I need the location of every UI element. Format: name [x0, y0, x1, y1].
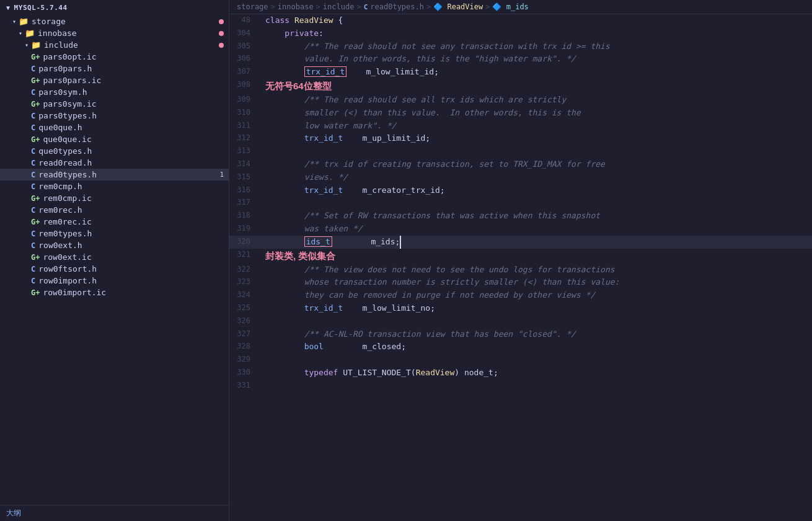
- folder-label: innobase: [38, 29, 77, 38]
- table-row: 308 无符号64位整型: [229, 79, 812, 94]
- file-label: rem0rec.ic: [43, 217, 91, 226]
- file-label: que0que.h: [38, 123, 82, 132]
- table-row: 317: [229, 197, 812, 210]
- sidebar-item-row0import.h[interactable]: Crow0import.h: [0, 275, 229, 287]
- line-num-309: 309: [229, 94, 260, 107]
- line-content-307: trx_id_t m_low_limit_id;: [260, 66, 812, 79]
- gplus-icon: G+: [31, 218, 40, 226]
- file-label: rem0cmp.ic: [43, 194, 91, 203]
- file-label: row0ext.h: [38, 241, 82, 250]
- bc-sep5: >: [485, 2, 490, 11]
- table-row: 310 smaller (<) than this value. In othe…: [229, 107, 812, 120]
- sidebar-item-que0types.h[interactable]: Cque0types.h: [0, 145, 229, 157]
- sidebar-project-name: MYSQL-5.7.44: [14, 4, 68, 12]
- line-num-311: 311: [229, 120, 260, 133]
- sidebar-item-pars0sym.h[interactable]: Cpars0sym.h: [0, 86, 229, 98]
- bc-sep2: >: [316, 2, 320, 11]
- sidebar-item-read0read.h[interactable]: Cread0read.h: [0, 157, 229, 169]
- table-row: 327 /** AC-NL-RO transaction view that h…: [229, 328, 812, 341]
- code-table: 48 class ReadView { 304 private: 305 /**…: [229, 14, 812, 393]
- sidebar-item-rem0cmp.ic[interactable]: G+rem0cmp.ic: [0, 192, 229, 204]
- file-label: pars0sym.ic: [43, 99, 96, 109]
- line-num-317: 317: [229, 197, 260, 210]
- line-num-307: 307: [229, 66, 260, 79]
- line-content-321: 封装类, 类似集合: [260, 249, 812, 264]
- line-content-318: /** Set of RW transactions that was acti…: [260, 210, 812, 223]
- table-row: 326: [229, 315, 812, 328]
- sidebar-title[interactable]: ▼ MYSQL-5.7.44: [0, 0, 229, 16]
- file-label: read0read.h: [38, 158, 92, 167]
- c-icon: C: [31, 182, 35, 191]
- bc-sep4: >: [426, 2, 431, 11]
- gplus-icon: G+: [31, 53, 40, 61]
- gplus-icon: G+: [31, 135, 40, 144]
- c-icon: C: [31, 241, 35, 250]
- line-num-330: 330: [229, 367, 260, 380]
- bc-sep1: >: [271, 2, 275, 11]
- table-row: 330 typedef UT_LIST_NODE_T(ReadView) nod…: [229, 367, 812, 380]
- table-row: 331: [229, 380, 812, 393]
- line-num-318: 318: [229, 210, 260, 223]
- line-num-314: 314: [229, 158, 260, 171]
- line-content-324: they can be removed in purge if not need…: [260, 289, 812, 302]
- modified-dot: [219, 19, 224, 24]
- file-label: pars0sym.h: [38, 87, 87, 97]
- table-row: 307 trx_id_t m_low_limit_id;: [229, 66, 812, 79]
- c-icon: C: [31, 229, 35, 238]
- sidebar-item-rem0rec.h[interactable]: Crem0rec.h: [0, 204, 229, 216]
- sidebar-item-row0ext.h[interactable]: Crow0ext.h: [0, 239, 229, 251]
- sidebar-item-rem0rec.ic[interactable]: G+rem0rec.ic: [0, 216, 229, 228]
- outline-label: 大纲: [6, 509, 21, 517]
- sidebar-item-row0ftsort.h[interactable]: Crow0ftsort.h: [0, 263, 229, 275]
- file-label: que0types.h: [38, 146, 92, 156]
- sidebar-item-innobase[interactable]: ▾📁innobase: [0, 27, 229, 39]
- sidebar-item-pars0sym.ic[interactable]: G+pars0sym.ic: [0, 98, 229, 110]
- c-icon: C: [31, 65, 35, 73]
- sidebar-item-pars0opt.ic[interactable]: G+pars0opt.ic: [0, 51, 229, 63]
- line-num-310: 310: [229, 107, 260, 120]
- modified-dot: [219, 31, 224, 36]
- table-row: 322 /** The view does not need to see th…: [229, 264, 812, 277]
- bc-file: read0types.h: [370, 2, 424, 11]
- file-label: pars0types.h: [38, 111, 97, 120]
- line-num-306: 306: [229, 53, 260, 66]
- sidebar-item-pars0types.h[interactable]: Cpars0types.h: [0, 110, 229, 122]
- table-row: 315 views. */: [229, 171, 812, 184]
- sidebar-item-storage[interactable]: ▾📁storage: [0, 16, 229, 27]
- sidebar-item-pars0pars.h[interactable]: Cpars0pars.h: [0, 63, 229, 74]
- line-num-48: 48: [229, 14, 260, 27]
- c-icon: C: [31, 123, 35, 132]
- sidebar-item-row0import.ic[interactable]: G+row0import.ic: [0, 287, 229, 298]
- sidebar-item-rem0types.h[interactable]: Crem0types.h: [0, 228, 229, 239]
- table-row: 306 value. In other words, this is the "…: [229, 53, 812, 66]
- file-label: row0ftsort.h: [38, 264, 97, 274]
- folder-label: storage: [32, 17, 66, 26]
- line-content-323: whose transaction number is strictly sma…: [260, 276, 812, 289]
- line-content-310: smaller (<) than this value. In other wo…: [260, 107, 812, 120]
- sidebar-item-include[interactable]: ▾📁include: [0, 39, 229, 51]
- sidebar-item-rem0cmp.h[interactable]: Crem0cmp.h: [0, 180, 229, 192]
- outline-footer[interactable]: 大纲: [0, 505, 229, 521]
- line-content-327: /** AC-NL-RO transaction view that has b…: [260, 328, 812, 341]
- code-container[interactable]: 48 class ReadView { 304 private: 305 /**…: [229, 14, 812, 521]
- line-num-305: 305: [229, 40, 260, 53]
- gplus-icon: G+: [31, 288, 40, 297]
- file-label: pars0pars.ic: [43, 76, 101, 85]
- c-icon: C: [31, 171, 35, 179]
- bc-sep3: >: [356, 2, 361, 11]
- table-row: 305 /** The read should not see any tran…: [229, 40, 812, 53]
- table-row: 325 trx_id_t m_low_limit_no;: [229, 302, 812, 315]
- line-num-316: 316: [229, 184, 260, 197]
- line-num-319: 319: [229, 223, 260, 236]
- line-num-304: 304: [229, 27, 260, 40]
- sidebar-item-que0que.h[interactable]: Cque0que.h: [0, 122, 229, 133]
- table-row: 321 封装类, 类似集合: [229, 249, 812, 264]
- line-content-309: /** The read should see all trx ids whic…: [260, 94, 812, 107]
- sidebar-item-row0ext.ic[interactable]: G+row0ext.ic: [0, 251, 229, 263]
- gplus-icon: G+: [31, 194, 40, 203]
- file-label: row0import.ic: [43, 288, 106, 297]
- sidebar-item-que0que.ic[interactable]: G+que0que.ic: [0, 133, 229, 145]
- line-content-311: low water mark". */: [260, 120, 812, 133]
- sidebar-item-pars0pars.ic[interactable]: G+pars0pars.ic: [0, 74, 229, 86]
- sidebar-item-read0types.h[interactable]: Cread0types.h1: [0, 169, 229, 180]
